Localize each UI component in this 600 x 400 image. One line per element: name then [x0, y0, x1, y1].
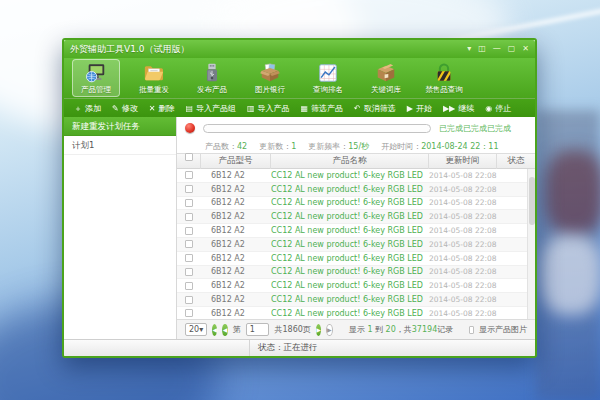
header-name[interactable]: 产品名称	[271, 153, 429, 169]
show-images-checkbox[interactable]	[469, 326, 474, 334]
add-button[interactable]: ＋添加	[74, 103, 101, 114]
status-text: 状态：正在进行	[250, 342, 318, 354]
chart-icon	[317, 62, 339, 84]
minimize-button[interactable]: —	[493, 44, 501, 54]
titlebar[interactable]: 外贸辅助工具V1.0（试用版） ▾ ◫ — ▢ ✕	[64, 40, 535, 58]
cell-product-name[interactable]: CC12 AL new product! 6-key RGB LED	[271, 226, 429, 235]
action-toolbar: ＋添加 ✎修改 ✕删除 ▤导入产品组 ▥导入产品 ▦筛选产品 ↶取消筛选 ▶开始…	[64, 98, 535, 117]
table-row[interactable]: 6B12 A2 CC12 AL new product! 6-key RGB L…	[177, 307, 535, 319]
cell-update-time: 2014-05-08 22:08	[429, 226, 497, 235]
last-page-button[interactable]: ▶	[326, 324, 333, 336]
import-product-group-button[interactable]: ▤导入产品组	[185, 103, 236, 114]
row-checkbox[interactable]	[185, 309, 193, 317]
table-row[interactable]: 6B12 A2 CC12 AL new product! 6-key RGB L…	[177, 183, 535, 197]
page-label: 第	[233, 324, 241, 335]
next-page-button[interactable]: ▶	[316, 324, 321, 336]
table-row[interactable]: 6B12 A2 CC12 AL new product! 6-key RGB L…	[177, 279, 535, 293]
toolbar-label: 图片银行	[255, 85, 285, 95]
cell-update-time: 2014-05-08 22:08	[429, 267, 497, 276]
table-row[interactable]: 6B12 A2 CC12 AL new product! 6-key RGB L…	[177, 293, 535, 307]
prev-page-button[interactable]: ◀	[222, 324, 227, 336]
table-row[interactable]: 6B12 A2 CC12 AL new product! 6-key RGB L…	[177, 169, 535, 183]
cell-product-name[interactable]: CC12 AL new product! 6-key RGB LED	[271, 267, 429, 276]
toolbar-keyword-library[interactable]: 关键词库	[362, 59, 410, 97]
table-row[interactable]: 6B12 A2 CC12 AL new product! 6-key RGB L…	[177, 210, 535, 224]
play-icon: ▶	[407, 104, 413, 113]
skin-icon[interactable]: ▾	[467, 44, 471, 54]
menu-icon[interactable]: ◫	[478, 44, 486, 54]
filter-icon: ▦	[301, 104, 309, 113]
cell-product-name[interactable]: CC12 AL new product! 6-key RGB LED	[271, 254, 429, 263]
filter-products-button[interactable]: ▦筛选产品	[301, 103, 344, 114]
continue-button[interactable]: ▶▶继续	[443, 103, 474, 114]
cell-product-name[interactable]: CC12 AL new product! 6-key RGB LED	[271, 198, 429, 207]
sidebar-item-new-plan[interactable]: 新建重发计划任务	[64, 117, 176, 136]
cell-update-time: 2014-05-08 22:08	[429, 295, 497, 304]
cell-update-time: 2014-05-08 22:08	[429, 185, 497, 194]
cancel-filter-button[interactable]: ↶取消筛选	[354, 103, 396, 114]
row-checkbox[interactable]	[185, 213, 193, 221]
close-button[interactable]: ✕	[522, 44, 529, 54]
window-title: 外贸辅助工具V1.0（试用版）	[70, 43, 189, 56]
header-status[interactable]: 状态	[497, 153, 535, 169]
header-model[interactable]: 产品型号	[201, 153, 271, 169]
row-checkbox[interactable]	[185, 185, 193, 193]
update-count: 更新数：1	[259, 141, 296, 152]
row-checkbox[interactable]	[185, 282, 193, 290]
cell-product-name[interactable]: CC12 AL new product! 6-key RGB LED	[271, 309, 429, 318]
wallpaper-blur	[545, 150, 600, 235]
x-icon: ✕	[149, 104, 156, 113]
sidebar: 新建重发计划任务 计划1	[64, 117, 177, 339]
cell-product-name[interactable]: CC12 AL new product! 6-key RGB LED	[271, 240, 429, 249]
table-row[interactable]: 6B12 A2 CC12 AL new product! 6-key RGB L…	[177, 238, 535, 252]
import-group-icon: ▤	[185, 104, 193, 113]
row-checkbox[interactable]	[185, 296, 193, 304]
cell-product-name[interactable]: CC12 AL new product! 6-key RGB LED	[271, 171, 429, 180]
cell-product-name[interactable]: CC12 AL new product! 6-key RGB LED	[271, 185, 429, 194]
table-scrollbar[interactable]	[527, 169, 535, 319]
select-all-checkbox[interactable]	[185, 153, 193, 161]
cell-product-model: 6B12 A2	[201, 185, 271, 194]
toolbar-query-ranking[interactable]: 查询排名	[304, 59, 352, 97]
edit-button[interactable]: ✎修改	[112, 103, 138, 114]
toolbar-publish-product[interactable]: 发布产品	[188, 59, 236, 97]
stop-button[interactable]: ◉停止	[485, 103, 511, 114]
select-all-cell[interactable]	[177, 153, 201, 169]
toolbar-product-management[interactable]: 产品管理	[72, 59, 120, 97]
cell-product-model: 6B12 A2	[201, 281, 271, 290]
header-time[interactable]: 更新时间	[429, 153, 497, 169]
import-product-button[interactable]: ▥导入产品	[247, 103, 290, 114]
table-row[interactable]: 6B12 A2 CC12 AL new product! 6-key RGB L…	[177, 252, 535, 266]
row-checkbox[interactable]	[185, 240, 193, 248]
cell-update-time: 2014-05-08 22:08	[429, 171, 497, 180]
table-row[interactable]: 6B12 A2 CC12 AL new product! 6-key RGB L…	[177, 224, 535, 238]
progress-bar	[203, 124, 431, 133]
plus-icon: ＋	[74, 103, 82, 114]
toolbar-prohibited-query[interactable]: 禁售品查询	[420, 59, 468, 97]
delete-button[interactable]: ✕删除	[149, 103, 175, 114]
table-row[interactable]: 6B12 A2 CC12 AL new product! 6-key RGB L…	[177, 197, 535, 211]
scrollbar-thumb[interactable]	[529, 177, 535, 225]
toolbar-picture-bank[interactable]: 图片银行	[246, 59, 294, 97]
box-icon	[375, 62, 397, 84]
row-checkbox[interactable]	[185, 254, 193, 262]
toolbar-batch-resend[interactable]: 批量重发	[130, 59, 178, 97]
table-row[interactable]: 6B12 A2 CC12 AL new product! 6-key RGB L…	[177, 266, 535, 280]
row-checkbox[interactable]	[185, 199, 193, 207]
cell-product-name[interactable]: CC12 AL new product! 6-key RGB LED	[271, 295, 429, 304]
page-number-input[interactable]: 1	[246, 323, 270, 336]
row-checkbox[interactable]	[185, 268, 193, 276]
start-button[interactable]: ▶开始	[407, 103, 432, 114]
row-checkbox[interactable]	[185, 227, 193, 235]
page-size-select[interactable]: 20▾	[185, 323, 207, 336]
wallpaper-blur	[540, 235, 600, 315]
sidebar-item-plan1[interactable]: 计划1	[64, 136, 176, 155]
cell-update-time: 2014-05-08 22:08	[429, 212, 497, 221]
cell-product-name[interactable]: CC12 AL new product! 6-key RGB LED	[271, 212, 429, 221]
stop-icon: ◉	[485, 104, 492, 113]
row-checkbox[interactable]	[185, 171, 193, 179]
cell-product-name[interactable]: CC12 AL new product! 6-key RGB LED	[271, 281, 429, 290]
toolbar-label: 查询排名	[313, 85, 343, 95]
maximize-button[interactable]: ▢	[508, 44, 516, 54]
first-page-button[interactable]: ◀	[212, 324, 217, 336]
